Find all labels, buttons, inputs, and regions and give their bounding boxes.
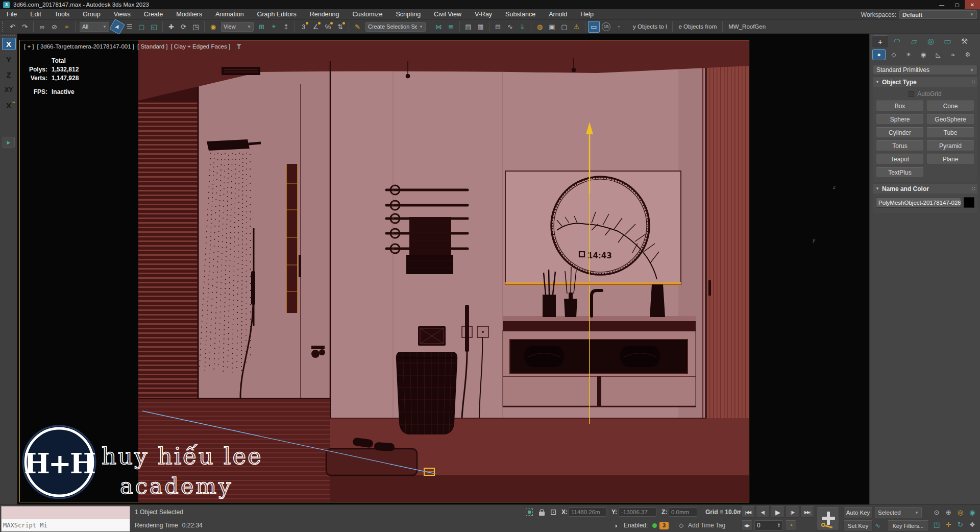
- select-and-rotate-icon[interactable]: ⟳: [178, 21, 189, 33]
- create-box[interactable]: Box: [876, 101, 924, 111]
- go-to-end-icon[interactable]: ▶▶|: [800, 506, 814, 518]
- window-crossing-icon[interactable]: ◱: [148, 21, 160, 33]
- object-type-header[interactable]: ▼ Object Type ∷: [873, 77, 977, 87]
- redo-icon[interactable]: ↷: [19, 21, 31, 33]
- render-setup-icon[interactable]: ▣: [546, 21, 558, 33]
- selection-lock-icon[interactable]: [539, 507, 545, 517]
- menu-modifiers[interactable]: Modifiers: [169, 9, 209, 20]
- z-coordinate-field[interactable]: 0.0mm: [669, 507, 697, 517]
- axis-constraint-y[interactable]: Y: [2, 53, 16, 65]
- display-tab-icon[interactable]: ▭: [940, 35, 955, 47]
- material-editor-icon[interactable]: ◍: [534, 21, 546, 33]
- selection-filter-dropdown[interactable]: All▼: [80, 22, 109, 32]
- menu-graph-editors[interactable]: Graph Editors: [251, 9, 303, 20]
- key-mode-toggle-icon[interactable]: ◀▶: [741, 520, 752, 530]
- schematic-view-icon[interactable]: ⇓: [517, 21, 528, 33]
- modify-tab-icon[interactable]: ◠: [889, 35, 905, 47]
- absolute-mode-icon[interactable]: ⊡: [550, 507, 557, 517]
- rollout-grip-icon[interactable]: ∷: [972, 186, 975, 191]
- zoom-extents-selected-icon[interactable]: ◎: [955, 506, 966, 518]
- object-name-field[interactable]: PolyMeshObject-20178147-026: [876, 197, 961, 208]
- reference-coordinate-system-dropdown[interactable]: View▼: [221, 22, 254, 32]
- menu-group[interactable]: Group: [76, 9, 107, 20]
- render-warning-icon[interactable]: ⚠: [571, 21, 582, 33]
- menu-edit[interactable]: Edit: [23, 9, 48, 20]
- menu-v-ray[interactable]: V-Ray: [468, 9, 499, 20]
- viewport-shading-menu[interactable]: [ Clay + Edged Faces ]: [170, 43, 230, 50]
- toggle-ribbon-icon[interactable]: ⊟: [492, 21, 504, 33]
- axis-constraint-xy[interactable]: XY: [2, 84, 16, 96]
- key-filters-button[interactable]: Key Filters...: [887, 520, 929, 531]
- systems-subtab-icon[interactable]: ⚙: [961, 49, 974, 60]
- angle-snap-toggle-icon[interactable]: ∠: [310, 21, 322, 33]
- pan-view-icon[interactable]: ✛: [943, 519, 954, 530]
- snaps-toggle-3d-icon[interactable]: 3: [298, 21, 309, 33]
- keyboard-shortcut-override-icon[interactable]: ↥: [280, 21, 292, 33]
- next-frame-icon[interactable]: ||▶: [786, 506, 799, 518]
- select-by-name-icon[interactable]: ☰: [124, 21, 135, 33]
- create-tab-icon[interactable]: +: [872, 35, 888, 47]
- menu-help[interactable]: Help: [574, 9, 600, 20]
- select-and-move-icon[interactable]: ✚: [165, 21, 177, 33]
- time-clock-icon[interactable]: ◔: [612, 21, 624, 33]
- menu-rendering[interactable]: Rendering: [303, 9, 346, 20]
- play-icon[interactable]: ▶: [771, 506, 785, 518]
- go-to-start-icon[interactable]: |◀◀: [741, 506, 755, 518]
- maxscript-mini-listener[interactable]: MAXScript Mi: [1, 506, 130, 531]
- create-pyramid[interactable]: Pyramid: [926, 140, 974, 151]
- undo-icon[interactable]: ↶: [7, 21, 18, 33]
- utilities-tab-icon[interactable]: ⚒: [957, 35, 972, 47]
- custom-button-objects-from[interactable]: e Objects from: [675, 23, 720, 30]
- menu-scripting[interactable]: Scripting: [389, 9, 427, 20]
- create-plane[interactable]: Plane: [926, 154, 974, 164]
- viewport-label[interactable]: [ + ] [ 3d66-Targetcamera-20178147-001 ]…: [24, 43, 241, 50]
- set-key-button[interactable]: Set Key: [843, 520, 873, 531]
- spinner-snap-toggle-icon[interactable]: ⇅: [334, 21, 346, 33]
- zoom-region-icon[interactable]: ◳: [931, 519, 942, 530]
- menu-arnold[interactable]: Arnold: [542, 9, 574, 20]
- default-tangents-icon[interactable]: ∿: [875, 521, 880, 530]
- menu-substance[interactable]: Substance: [499, 9, 542, 20]
- maxscript-input-field[interactable]: MAXScript Mi: [2, 519, 130, 531]
- motion-tab-icon[interactable]: ◎: [923, 35, 939, 47]
- create-tube[interactable]: Tube: [926, 127, 974, 138]
- viewport-camera-menu[interactable]: [ 3d66-Targetcamera-20178147-001 ]: [37, 43, 135, 50]
- y-coordinate-field[interactable]: -13006.37: [619, 507, 656, 517]
- viewport-layout-icon[interactable]: ▭: [588, 21, 600, 33]
- degradation-icon[interactable]: ◑: [614, 521, 618, 530]
- menu-file[interactable]: File: [0, 9, 23, 20]
- curve-editor-icon[interactable]: ∿: [504, 21, 516, 33]
- named-selection-sets-dropdown[interactable]: Create Selection Se▼: [365, 22, 426, 32]
- create-torus[interactable]: Torus: [876, 140, 924, 151]
- x-coordinate-field[interactable]: 11480.26m: [569, 507, 606, 517]
- maxscript-output-field[interactable]: [2, 506, 130, 519]
- align-icon[interactable]: ≣: [445, 21, 457, 33]
- scene-canvas[interactable]: 14:43: [20, 40, 749, 502]
- selection-set-dropdown[interactable]: Selected ▼: [875, 507, 922, 518]
- notification-badge[interactable]: 3: [659, 521, 669, 530]
- custom-button-objects-to[interactable]: y Objects to l: [630, 23, 670, 30]
- menu-tools[interactable]: Tools: [48, 9, 76, 20]
- create-cone[interactable]: Cone: [926, 101, 974, 111]
- filter-funnel-icon[interactable]: [236, 44, 241, 49]
- docked-viewport-icon[interactable]: ▶: [3, 137, 15, 148]
- orbit-icon[interactable]: ↻: [955, 519, 966, 530]
- shapes-subtab-icon[interactable]: ◇: [887, 49, 900, 60]
- axis-constraint-x[interactable]: X: [2, 38, 16, 50]
- rollout-grip-icon[interactable]: ∷: [972, 79, 975, 85]
- custom-button-mw-roofgen[interactable]: MW_RoofGen: [725, 23, 769, 30]
- bind-to-space-warp-icon[interactable]: ≈: [61, 21, 72, 33]
- create-textplus[interactable]: TextPlus: [876, 167, 924, 178]
- menu-views[interactable]: Views: [107, 9, 137, 20]
- axis-constraint-x[interactable]: X: [2, 99, 16, 111]
- lights-subtab-icon[interactable]: ✶: [902, 49, 915, 60]
- close-icon[interactable]: ✕: [965, 0, 980, 9]
- previous-frame-icon[interactable]: ◀||: [756, 506, 770, 518]
- menu-create[interactable]: Create: [137, 9, 170, 20]
- toggle-scene-explorer-icon[interactable]: ▤: [462, 21, 474, 33]
- auto-key-button[interactable]: Auto Key: [843, 507, 873, 518]
- set-keys-button[interactable]: [817, 507, 839, 530]
- space-warps-subtab-icon[interactable]: ≈: [946, 49, 960, 60]
- select-object-icon[interactable]: ➤: [109, 18, 125, 34]
- unlink-selection-icon[interactable]: ⊘: [48, 21, 60, 33]
